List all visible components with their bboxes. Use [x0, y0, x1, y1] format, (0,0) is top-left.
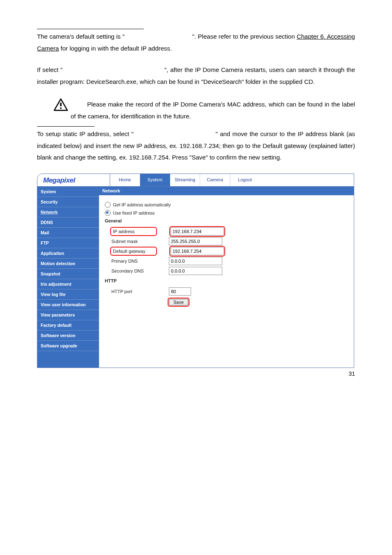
http-port-label: HTTP port — [111, 289, 169, 294]
paragraph-2: If select " ", after the IP Dome Camera … — [37, 64, 355, 88]
camera-settings-panel: Megapixel Home System Streaming Camera L… — [37, 173, 354, 368]
sidebar: System Security Network DDNS Mail FTP Ap… — [37, 187, 99, 368]
paragraph-3: To setup static IP address, select " " a… — [37, 128, 355, 164]
sidebar-item-userinfo[interactable]: View user information — [37, 300, 99, 310]
dns2-label: Secondary DNS — [111, 268, 169, 273]
note-text: Please make the record of the IP Dome Ca… — [53, 99, 355, 122]
radio-icon — [105, 210, 111, 216]
text: ". Please refer to the previous section — [192, 33, 297, 40]
tab-streaming[interactable]: Streaming — [170, 174, 200, 186]
paragraph-1: The camera's default setting is " ". Ple… — [37, 31, 355, 54]
svg-rect-0 — [60, 103, 62, 106]
tab-logout[interactable]: Logout — [230, 174, 260, 186]
dns2-input[interactable] — [169, 267, 222, 275]
sidebar-item-ftp[interactable]: FTP — [37, 238, 99, 248]
text: ", after the IP Dome Camera restarts, us… — [37, 66, 355, 85]
sidebar-item-security[interactable]: Security — [37, 197, 99, 207]
sidebar-item-iris[interactable]: Iris adjustment — [37, 279, 99, 289]
warning-icon — [53, 98, 68, 111]
subnet-input[interactable] — [169, 237, 222, 245]
tab-camera[interactable]: Camera — [200, 174, 230, 186]
dns1-label: Primary DNS — [111, 259, 169, 264]
text: If select " — [37, 66, 62, 73]
sidebar-item-system[interactable]: System — [37, 187, 99, 197]
radio-fixed-ip[interactable]: Use fixed IP address — [105, 210, 348, 216]
text: To setup static IP address, select " — [37, 130, 134, 137]
gateway-input[interactable] — [171, 247, 224, 255]
subnet-label: Subnet mask — [111, 239, 169, 244]
sidebar-item-network[interactable]: Network — [37, 207, 99, 217]
svg-point-1 — [60, 107, 62, 109]
sidebar-item-logfile[interactable]: View log file — [37, 289, 99, 300]
http-port-input[interactable] — [169, 287, 191, 296]
gateway-label: Default gateway — [111, 248, 156, 254]
save-button[interactable]: Save — [169, 299, 188, 305]
sidebar-item-factory[interactable]: Factory default — [37, 320, 99, 331]
http-heading: HTTP — [105, 278, 348, 283]
sidebar-item-version[interactable]: Software version — [37, 331, 99, 341]
brand-logo: Megapixel — [37, 174, 110, 187]
general-heading: General — [105, 218, 348, 223]
dns1-input[interactable] — [169, 257, 222, 265]
text: for logging in with the default IP addre… — [59, 45, 172, 52]
radio-auto-ip[interactable]: Get IP address automatically — [105, 202, 348, 208]
tab-system[interactable]: System — [140, 174, 170, 186]
sidebar-item-snapshot[interactable]: Snapshot — [37, 269, 99, 279]
ip-address-label: IP address — [111, 228, 156, 235]
tab-home[interactable]: Home — [110, 174, 140, 186]
sidebar-item-ddns[interactable]: DDNS — [37, 217, 99, 228]
sidebar-item-mail[interactable]: Mail — [37, 228, 99, 238]
radio-label: Get IP address automatically — [113, 202, 171, 207]
ip-address-input[interactable] — [171, 227, 224, 236]
radio-label: Use fixed IP address — [113, 210, 154, 215]
radio-icon — [105, 202, 111, 208]
brand-text: Megapixel — [43, 176, 75, 184]
sidebar-item-upgrade[interactable]: Software upgrade — [37, 341, 99, 351]
sidebar-item-motion[interactable]: Motion detection — [37, 259, 99, 269]
sidebar-item-params[interactable]: View parameters — [37, 310, 99, 320]
text: The camera's default setting is " — [37, 33, 125, 40]
page-number: 31 — [348, 370, 355, 377]
sidebar-item-application[interactable]: Application — [37, 248, 99, 259]
content-title: Network — [99, 187, 354, 195]
